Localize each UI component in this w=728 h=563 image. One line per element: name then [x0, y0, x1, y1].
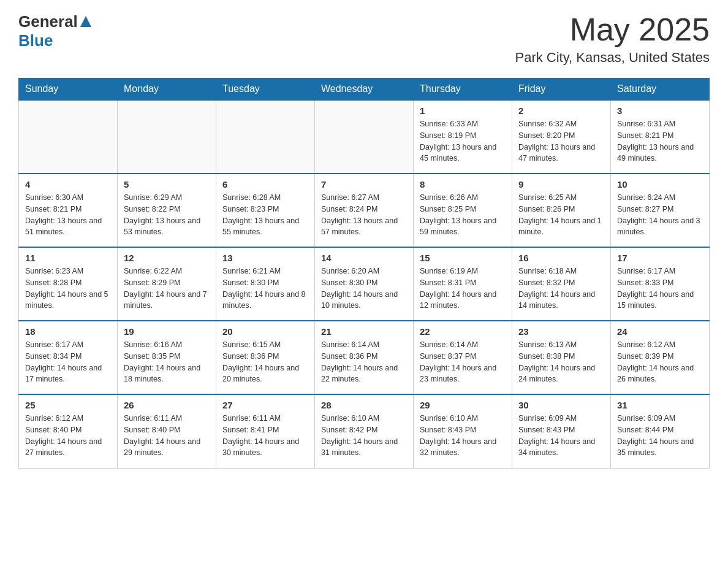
calendar-day-cell: 13Sunrise: 6:21 AM Sunset: 8:30 PM Dayli… [216, 247, 315, 321]
day-of-week-header: Monday [118, 79, 216, 101]
day-info: Sunrise: 6:22 AM Sunset: 8:29 PM Dayligh… [124, 266, 210, 312]
calendar-day-cell: 6Sunrise: 6:28 AM Sunset: 8:23 PM Daylig… [216, 174, 315, 247]
day-number: 19 [124, 326, 210, 337]
day-info: Sunrise: 6:21 AM Sunset: 8:30 PM Dayligh… [222, 266, 308, 312]
calendar-day-cell: 2Sunrise: 6:32 AM Sunset: 8:20 PM Daylig… [512, 100, 611, 174]
day-info: Sunrise: 6:09 AM Sunset: 8:44 PM Dayligh… [617, 413, 703, 459]
calendar-day-cell: 29Sunrise: 6:10 AM Sunset: 8:43 PM Dayli… [414, 394, 512, 468]
day-number: 13 [222, 253, 308, 263]
calendar-day-cell: 19Sunrise: 6:16 AM Sunset: 8:35 PM Dayli… [118, 321, 216, 394]
day-info: Sunrise: 6:09 AM Sunset: 8:43 PM Dayligh… [518, 413, 604, 459]
calendar-day-cell: 8Sunrise: 6:26 AM Sunset: 8:25 PM Daylig… [414, 174, 512, 247]
calendar-day-cell: 20Sunrise: 6:15 AM Sunset: 8:36 PM Dayli… [216, 321, 315, 394]
day-number: 14 [321, 253, 407, 263]
calendar-day-cell [216, 100, 315, 174]
day-info: Sunrise: 6:13 AM Sunset: 8:38 PM Dayligh… [518, 339, 604, 385]
day-number: 1 [420, 105, 506, 116]
day-number: 3 [617, 105, 703, 116]
day-info: Sunrise: 6:12 AM Sunset: 8:39 PM Dayligh… [617, 339, 703, 385]
calendar-day-cell: 14Sunrise: 6:20 AM Sunset: 8:30 PM Dayli… [315, 247, 414, 321]
calendar-body: 1Sunrise: 6:33 AM Sunset: 8:19 PM Daylig… [19, 100, 710, 468]
day-number: 22 [420, 326, 506, 337]
calendar-day-cell: 4Sunrise: 6:30 AM Sunset: 8:21 PM Daylig… [19, 174, 118, 247]
day-number: 7 [321, 179, 407, 190]
month-year-title: May 2025 [515, 12, 710, 47]
calendar-day-cell [315, 100, 414, 174]
calendar-day-cell: 27Sunrise: 6:11 AM Sunset: 8:41 PM Dayli… [216, 394, 315, 468]
day-number: 31 [617, 400, 703, 410]
day-number: 16 [518, 253, 604, 263]
day-info: Sunrise: 6:17 AM Sunset: 8:33 PM Dayligh… [617, 266, 703, 312]
calendar-header: SundayMondayTuesdayWednesdayThursdayFrid… [19, 79, 710, 101]
day-of-week-header: Tuesday [216, 79, 315, 101]
day-number: 5 [124, 179, 210, 190]
day-info: Sunrise: 6:20 AM Sunset: 8:30 PM Dayligh… [321, 266, 407, 312]
calendar-week-row: 25Sunrise: 6:12 AM Sunset: 8:40 PM Dayli… [19, 394, 710, 468]
calendar-day-cell: 1Sunrise: 6:33 AM Sunset: 8:19 PM Daylig… [414, 100, 512, 174]
day-number: 27 [222, 400, 308, 410]
day-info: Sunrise: 6:26 AM Sunset: 8:25 PM Dayligh… [420, 192, 506, 238]
day-number: 12 [124, 253, 210, 263]
day-number: 9 [518, 179, 604, 190]
day-of-week-header: Wednesday [315, 79, 414, 101]
calendar-day-cell: 26Sunrise: 6:11 AM Sunset: 8:40 PM Dayli… [118, 394, 216, 468]
logo-triangle-icon [80, 16, 91, 29]
day-info: Sunrise: 6:18 AM Sunset: 8:32 PM Dayligh… [518, 266, 604, 312]
calendar-day-cell [118, 100, 216, 174]
calendar-week-row: 4Sunrise: 6:30 AM Sunset: 8:21 PM Daylig… [19, 174, 710, 247]
day-info: Sunrise: 6:16 AM Sunset: 8:35 PM Dayligh… [124, 339, 210, 385]
calendar-day-cell: 11Sunrise: 6:23 AM Sunset: 8:28 PM Dayli… [19, 247, 118, 321]
day-number: 6 [222, 179, 308, 190]
calendar-day-cell: 16Sunrise: 6:18 AM Sunset: 8:32 PM Dayli… [512, 247, 611, 321]
day-info: Sunrise: 6:24 AM Sunset: 8:27 PM Dayligh… [617, 192, 703, 238]
day-number: 24 [617, 326, 703, 337]
calendar-week-row: 1Sunrise: 6:33 AM Sunset: 8:19 PM Daylig… [19, 100, 710, 174]
day-number: 10 [617, 179, 703, 190]
day-info: Sunrise: 6:30 AM Sunset: 8:21 PM Dayligh… [25, 192, 111, 238]
day-number: 4 [25, 179, 111, 190]
day-number: 15 [420, 253, 506, 263]
day-of-week-header: Thursday [414, 79, 512, 101]
day-info: Sunrise: 6:12 AM Sunset: 8:40 PM Dayligh… [25, 413, 111, 459]
day-info: Sunrise: 6:14 AM Sunset: 8:37 PM Dayligh… [420, 339, 506, 385]
calendar-week-row: 11Sunrise: 6:23 AM Sunset: 8:28 PM Dayli… [19, 247, 710, 321]
day-number: 17 [617, 253, 703, 263]
day-info: Sunrise: 6:32 AM Sunset: 8:20 PM Dayligh… [518, 118, 604, 164]
calendar-table: SundayMondayTuesdayWednesdayThursdayFrid… [18, 78, 710, 469]
calendar-day-cell: 3Sunrise: 6:31 AM Sunset: 8:21 PM Daylig… [611, 100, 710, 174]
logo-blue-text: Blue [18, 31, 53, 50]
calendar-day-cell: 21Sunrise: 6:14 AM Sunset: 8:36 PM Dayli… [315, 321, 414, 394]
day-info: Sunrise: 6:11 AM Sunset: 8:40 PM Dayligh… [124, 413, 210, 459]
calendar-day-cell: 24Sunrise: 6:12 AM Sunset: 8:39 PM Dayli… [611, 321, 710, 394]
calendar-day-cell: 30Sunrise: 6:09 AM Sunset: 8:43 PM Dayli… [512, 394, 611, 468]
day-info: Sunrise: 6:31 AM Sunset: 8:21 PM Dayligh… [617, 118, 703, 164]
day-info: Sunrise: 6:10 AM Sunset: 8:42 PM Dayligh… [321, 413, 407, 459]
day-info: Sunrise: 6:29 AM Sunset: 8:22 PM Dayligh… [124, 192, 210, 238]
calendar-day-cell: 15Sunrise: 6:19 AM Sunset: 8:31 PM Dayli… [414, 247, 512, 321]
calendar-day-cell: 23Sunrise: 6:13 AM Sunset: 8:38 PM Dayli… [512, 321, 611, 394]
day-number: 26 [124, 400, 210, 410]
day-number: 28 [321, 400, 407, 410]
day-number: 29 [420, 400, 506, 410]
calendar-day-cell: 7Sunrise: 6:27 AM Sunset: 8:24 PM Daylig… [315, 174, 414, 247]
calendar-day-cell: 5Sunrise: 6:29 AM Sunset: 8:22 PM Daylig… [118, 174, 216, 247]
day-of-week-header: Friday [512, 79, 611, 101]
days-header-row: SundayMondayTuesdayWednesdayThursdayFrid… [19, 79, 710, 101]
day-number: 23 [518, 326, 604, 337]
day-number: 8 [420, 179, 506, 190]
svg-marker-0 [80, 16, 91, 27]
day-of-week-header: Sunday [19, 79, 118, 101]
location-subtitle: Park City, Kansas, United States [515, 50, 710, 66]
calendar-day-cell: 25Sunrise: 6:12 AM Sunset: 8:40 PM Dayli… [19, 394, 118, 468]
calendar-day-cell: 31Sunrise: 6:09 AM Sunset: 8:44 PM Dayli… [611, 394, 710, 468]
calendar-day-cell: 22Sunrise: 6:14 AM Sunset: 8:37 PM Dayli… [414, 321, 512, 394]
day-info: Sunrise: 6:14 AM Sunset: 8:36 PM Dayligh… [321, 339, 407, 385]
day-number: 2 [518, 105, 604, 116]
day-info: Sunrise: 6:19 AM Sunset: 8:31 PM Dayligh… [420, 266, 506, 312]
day-number: 21 [321, 326, 407, 337]
calendar-day-cell: 18Sunrise: 6:17 AM Sunset: 8:34 PM Dayli… [19, 321, 118, 394]
day-info: Sunrise: 6:23 AM Sunset: 8:28 PM Dayligh… [25, 266, 111, 312]
calendar-day-cell [19, 100, 118, 174]
day-info: Sunrise: 6:15 AM Sunset: 8:36 PM Dayligh… [222, 339, 308, 385]
day-number: 11 [25, 253, 111, 263]
